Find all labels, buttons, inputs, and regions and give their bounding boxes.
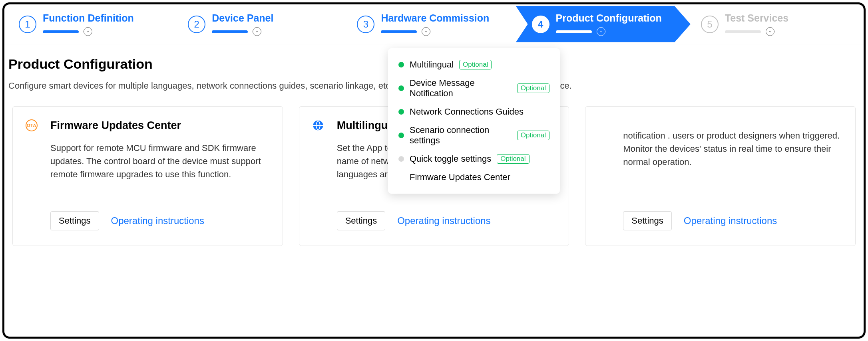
status-dot-icon — [398, 109, 404, 115]
operating-instructions-link[interactable]: Operating instructions — [397, 215, 490, 226]
status-dot-icon — [398, 133, 404, 138]
card-device-notification: notification . users or product designer… — [585, 106, 856, 246]
status-dot-icon — [398, 156, 404, 162]
globe-icon — [312, 119, 324, 131]
chevron-down-icon[interactable] — [84, 27, 92, 36]
operating-instructions-link[interactable]: Operating instructions — [684, 215, 777, 226]
chevron-down-icon[interactable] — [253, 27, 261, 36]
optional-badge: Optional — [497, 154, 529, 164]
settings-button[interactable]: Settings — [50, 211, 99, 230]
dropdown-item-label: Device Message Notification — [410, 78, 512, 99]
step-number: 3 — [357, 16, 374, 33]
step-progress-bar — [212, 30, 248, 33]
settings-button[interactable]: Settings — [337, 211, 386, 230]
dropdown-item-multilingual[interactable]: Multilingual Optional — [388, 56, 560, 74]
dropdown-item-quick-toggle-settings[interactable]: Quick toggle settings Optional — [388, 150, 560, 168]
wizard-stepper: 1 Function Definition 2 Device Panel — [4, 4, 864, 44]
status-dot-icon — [398, 62, 404, 67]
ota-icon: OTA — [26, 119, 38, 131]
step-device-panel[interactable]: 2 Device Panel — [177, 4, 346, 44]
card-title: Firmware Updates Center — [50, 119, 270, 132]
step-label: Product Configuration — [556, 12, 662, 24]
settings-button[interactable]: Settings — [623, 211, 672, 230]
step-number: 1 — [19, 16, 36, 33]
step-label: Hardware Commission — [381, 12, 489, 24]
dropdown-item-label: Quick toggle settings — [410, 154, 491, 164]
operating-instructions-link[interactable]: Operating instructions — [111, 215, 204, 226]
dropdown-item-label: Network Connections Guides — [410, 107, 524, 117]
chevron-down-icon[interactable] — [422, 27, 430, 36]
optional-badge: Optional — [459, 60, 492, 69]
chevron-down-icon[interactable] — [766, 27, 774, 36]
step-label: Device Panel — [212, 12, 273, 24]
dropdown-item-network-connections-guides[interactable]: Network Connections Guides — [388, 103, 560, 121]
step-label: Test Services — [725, 12, 788, 24]
step-number: 4 — [532, 16, 549, 33]
step-number: 5 — [701, 16, 719, 33]
chevron-down-icon[interactable] — [597, 27, 605, 36]
optional-badge: Optional — [517, 83, 549, 93]
step-progress-bar — [43, 30, 79, 33]
dropdown-item-scenario-connection-settings[interactable]: Scenario connection settings Optional — [388, 121, 560, 150]
status-dot-icon — [398, 85, 404, 91]
status-dot-icon — [398, 174, 404, 180]
step-product-configuration[interactable]: 4 Product Configuration — [516, 6, 691, 42]
card-firmware-updates-center: OTA Firmware Updates Center Support for … — [12, 106, 283, 246]
dropdown-item-label: Firmware Updates Center — [410, 172, 510, 182]
step-progress-bar — [556, 30, 592, 33]
step-progress-bar — [725, 30, 761, 33]
step-dropdown: Multilingual Optional Device Message Not… — [388, 48, 560, 194]
dropdown-item-label: Multilingual — [410, 59, 454, 70]
step-progress-bar — [381, 30, 417, 33]
step-function-definition[interactable]: 1 Function Definition — [8, 4, 177, 44]
step-test-services[interactable]: 5 Test Services — [691, 4, 860, 44]
dropdown-item-firmware-updates-center[interactable]: Firmware Updates Center — [388, 168, 560, 186]
step-label: Function Definition — [43, 12, 134, 24]
dropdown-item-label: Scenario connection settings — [410, 125, 512, 146]
dropdown-item-device-message-notification[interactable]: Device Message Notification Optional — [388, 74, 560, 103]
card-description: Support for remote MCU firmware and SDK … — [50, 141, 270, 199]
optional-badge: Optional — [517, 131, 549, 140]
step-hardware-commission[interactable]: 3 Hardware Commission — [346, 4, 516, 44]
step-number: 2 — [188, 16, 205, 33]
card-description: notification . users or product designer… — [623, 129, 842, 199]
